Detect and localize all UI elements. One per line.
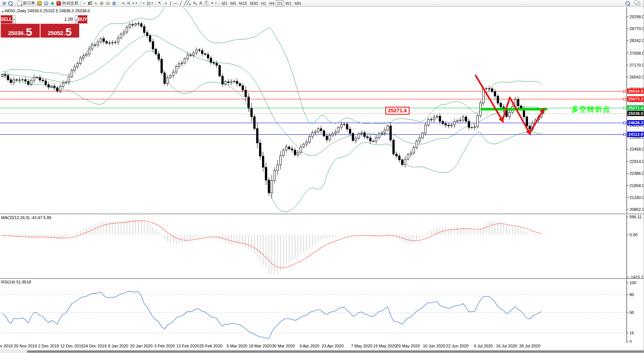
fibonacci-tool-button[interactable]: ≡F (192, 0, 198, 6)
indicators-plus-icon: + (132, 1, 135, 5)
data-window-button[interactable] (7, 0, 14, 6)
indicators-button[interactable]: +▾ (131, 0, 138, 6)
line-handle[interactable] (623, 122, 626, 124)
chevron-down-icon: ▾ (152, 1, 153, 5)
terminal-panel-edge (27, 351, 644, 353)
date-label: 8 Nov 2019 (0, 344, 13, 348)
timeframe-m5-button[interactable]: M5 (229, 1, 237, 6)
zoom-out-button[interactable]: ⊖ (105, 0, 111, 6)
timeframe-h4-button[interactable]: H4 (268, 1, 276, 6)
line-handle[interactable] (623, 133, 626, 136)
date-label: 24 Dec 2019 (83, 344, 106, 348)
svg-text:50: 50 (630, 310, 634, 315)
timeframe-m15-button[interactable]: M15 (237, 1, 248, 6)
svg-text:23458.0: 23458.0 (630, 147, 644, 151)
timeframe-w1-button[interactable]: W1 (284, 1, 293, 6)
bar-chart-button[interactable]: ⫟ (82, 0, 87, 6)
auto-scroll-button[interactable]: ⇉ (125, 0, 131, 6)
sell-price-frac: 5 (26, 28, 32, 36)
buy-price-int: 25052 (48, 30, 63, 36)
sell-price[interactable]: 25036.5 (1, 24, 41, 38)
volume-input[interactable] (16, 15, 75, 23)
toolbar-separator (155, 1, 156, 6)
line-chart-button[interactable]: ∿ (93, 0, 98, 6)
date-axis[interactable]: 8 Nov 201920 Nov 20192 Dec 201912 Dec 20… (0, 343, 644, 349)
price-badge: 24628.3 (627, 120, 644, 125)
buy-price[interactable]: 25052.5 (41, 24, 80, 38)
svg-text:100: 100 (630, 280, 636, 285)
cursor-tool-button[interactable]: ↖ (157, 0, 162, 6)
date-label: 29 May 2020 (396, 344, 420, 348)
zoom-in-icon: ⊕ (100, 1, 104, 6)
rsi-pane[interactable]: 1008050150 RSI(14) 51.8518 (0, 279, 644, 343)
candlestick-icon (88, 1, 92, 6)
candlestick-chart[interactable]: 29298.028770.028242.027698.027170.026642… (0, 7, 644, 214)
timeframe-h1-button[interactable]: H1 (259, 1, 268, 6)
horizontal-line-tool-button[interactable]: — (172, 0, 178, 6)
history-center-button[interactable] (36, 0, 43, 6)
date-label: 3 Feb 2020 (154, 344, 175, 348)
volume-increase-button[interactable]: ▲ (75, 15, 78, 23)
templates-button[interactable]: ▧▾ (146, 0, 154, 6)
timeframe-m1-button[interactable]: M1 (220, 1, 229, 6)
svg-text:80: 80 (630, 292, 634, 297)
line-handle[interactable] (623, 98, 626, 100)
date-label: 16 Jul 2020 (496, 344, 517, 348)
toolbar-separator (219, 1, 219, 6)
signals-button[interactable]: ◉ (49, 0, 55, 6)
mql5-community-button[interactable] (43, 0, 49, 6)
equidistant-channel-icon: ╱╱E (184, 1, 191, 6)
date-label: 12 Dec 2019 (60, 344, 83, 348)
periods-button[interactable]: ◔▾ (138, 0, 146, 6)
autotrading-button[interactable]: 自动交易 (55, 0, 80, 6)
date-label: 18 Mar 2020 (249, 344, 272, 348)
svg-text:22386.0: 22386.0 (630, 171, 644, 176)
svg-text:0: 0 (630, 340, 632, 343)
tile-windows-button[interactable]: ▦ (111, 0, 117, 6)
price-badge: 25673.3 (627, 96, 644, 102)
macd-pane[interactable]: 596.110.00-1415.19 MACD(12,26,9) -43.47 … (0, 214, 644, 279)
timeframe-mn-button[interactable]: MN (293, 1, 302, 6)
rsi-chart[interactable]: 1008050150 (0, 279, 644, 343)
tile-windows-icon: ▦ (112, 1, 116, 5)
vertical-line-tool-button[interactable]: | (169, 0, 172, 6)
zoom-in-button[interactable]: ⊕ (98, 0, 105, 6)
crosshair-tool-button[interactable]: ＋ (162, 0, 169, 6)
line-handle[interactable] (623, 90, 626, 93)
autotrading-label: 自动交易 (62, 0, 78, 6)
sell-button[interactable]: SELL (1, 15, 12, 23)
date-label: 6 Mar 2020 (227, 344, 247, 348)
line-chart-icon: ∿ (94, 1, 97, 5)
text-tool-button[interactable]: A (198, 0, 203, 6)
date-label: 20 Jan 2020 (130, 344, 153, 348)
svg-text:28242.0: 28242.0 (630, 38, 644, 43)
timeframe-d1-button[interactable]: D1 (276, 0, 284, 6)
price-badge: 25038.0 (627, 111, 644, 116)
main-chart-pane[interactable]: 29298.028770.028242.027698.027170.026642… (0, 7, 644, 214)
svg-text:0.00: 0.00 (630, 232, 637, 237)
collapse-triangle-icon: ▴ (2, 10, 3, 13)
macd-chart[interactable]: 596.110.00-1415.19 (0, 215, 644, 278)
level-annotation-box[interactable]: 25271.4 (385, 107, 410, 115)
search-button[interactable] (624, 0, 634, 6)
date-label: 23 Apr 2020 (322, 344, 344, 348)
text-label-tool-button[interactable]: T (203, 0, 210, 6)
timeframe-m30-button[interactable]: M30 (249, 1, 259, 6)
date-label: 22 Jun 2020 (446, 344, 469, 348)
new-order-button[interactable]: 新订单 (16, 0, 36, 6)
svg-text:15: 15 (630, 331, 634, 335)
toolbar-separator (118, 1, 119, 6)
template-icon: ▧ (147, 1, 151, 5)
trendline-tool-button[interactable]: ╱ (178, 0, 183, 6)
buy-button[interactable]: BUY (78, 15, 87, 23)
bottom-strip (0, 349, 644, 353)
chart-shift-button[interactable]: ⇥ (120, 0, 125, 6)
date-label: 28 Jul 2020 (519, 344, 540, 348)
line-handle[interactable] (623, 107, 626, 109)
channel-tool-button[interactable]: ╱╱E (183, 0, 192, 6)
candlestick-chart-button[interactable] (87, 0, 93, 6)
chat-button[interactable] (634, 0, 644, 6)
new-chart-window-button[interactable]: ▦ (1, 0, 7, 6)
arrows-tool-button[interactable]: ✦▾ (210, 0, 218, 6)
volume-decrease-button[interactable]: ▼ (12, 15, 16, 23)
